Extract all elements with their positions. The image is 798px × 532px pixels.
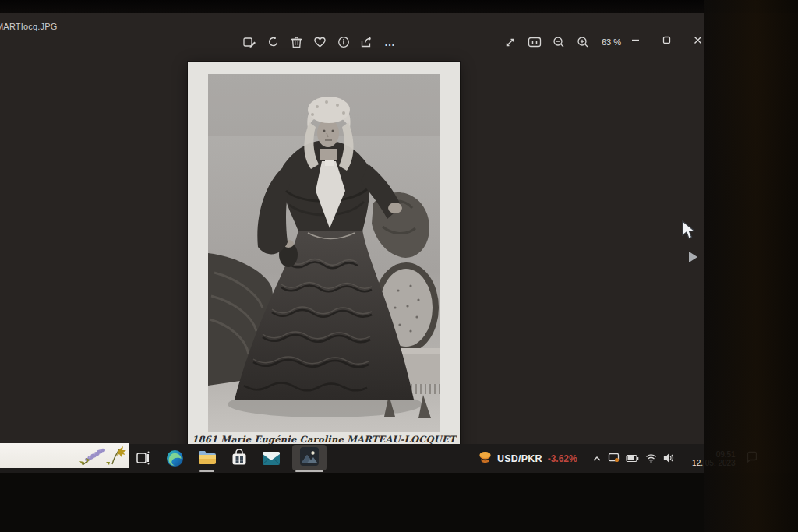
close-button[interactable]	[689, 32, 706, 49]
volume-tray-button[interactable]	[663, 452, 674, 466]
info-icon	[337, 36, 350, 48]
more-button[interactable]: …	[383, 36, 397, 49]
info-button[interactable]	[337, 36, 350, 49]
rotate-button[interactable]	[267, 36, 280, 49]
photographed-screen: MARTIocq.JPG	[0, 0, 798, 532]
finance-widget-button[interactable]: USD/PKR -3.62%	[478, 451, 577, 467]
favorite-button[interactable]	[313, 36, 327, 49]
share-button[interactable]	[360, 36, 373, 49]
actual-size-icon	[528, 37, 542, 48]
photos-toolbar: …	[243, 30, 397, 54]
off-screen-wall	[704, 0, 798, 532]
task-view-button[interactable]	[132, 448, 154, 469]
actual-size-button[interactable]	[528, 36, 541, 49]
zoom-level: 63 %	[602, 37, 621, 47]
title-bar: MARTIocq.JPG	[0, 13, 704, 57]
edit-image-button[interactable]	[243, 36, 256, 49]
file-name: MARTIocq.JPG	[0, 22, 58, 31]
hidden-icons-button[interactable]	[592, 452, 602, 466]
finance-change-label: -3.62%	[548, 453, 577, 464]
file-explorer-button[interactable]	[196, 448, 217, 469]
edit-image-icon	[243, 36, 256, 49]
photos-app-window: MARTIocq.JPG	[0, 13, 704, 473]
tray-icons	[592, 452, 674, 466]
mouse-cursor	[681, 220, 697, 244]
restore-button[interactable]	[658, 32, 675, 49]
desktop-wallpaper-strip	[0, 443, 129, 468]
vintage-portrait-image	[208, 74, 440, 432]
heart-icon	[313, 36, 327, 48]
next-image-button[interactable]	[689, 252, 697, 262]
close-icon	[694, 33, 702, 48]
photo-print: 1861 Marie Eugénie Caroline MARTEAU-LOCQ…	[188, 62, 460, 457]
battery-icon	[626, 452, 639, 465]
hidden-icons-chevron	[592, 452, 602, 465]
rotate-icon	[267, 36, 280, 49]
window-controls	[627, 27, 706, 54]
zoom-out-icon	[553, 36, 565, 48]
running-indicator	[200, 470, 214, 472]
display-icon	[608, 452, 620, 465]
delete-icon	[291, 36, 302, 48]
fullscreen-icon	[504, 37, 516, 48]
taskbar: USD/PKR -3.62%	[0, 444, 704, 473]
edge-button[interactable]	[164, 448, 185, 469]
battery-tray-button[interactable]	[626, 452, 639, 466]
delete-button[interactable]	[290, 36, 303, 49]
fullscreen-button[interactable]	[503, 36, 517, 49]
file-explorer-icon	[197, 449, 217, 467]
photos-icon	[299, 446, 320, 470]
screen-top-bezel	[0, 0, 798, 13]
store-button[interactable]	[228, 448, 249, 469]
restore-icon	[662, 33, 671, 48]
task-view-icon	[135, 449, 152, 467]
minimize-icon	[631, 33, 640, 48]
more-icon: …	[384, 38, 396, 46]
zoom-in-icon	[577, 36, 589, 48]
zoom-in-button[interactable]	[576, 36, 589, 49]
mail-button[interactable]	[260, 448, 281, 469]
photos-app-button[interactable]	[292, 445, 327, 470]
screen-bottom-bezel	[0, 473, 798, 532]
taskbar-apps	[132, 447, 327, 469]
volume-icon	[663, 452, 674, 465]
finance-pair-label: USD/PKR	[497, 453, 542, 464]
zoom-out-button[interactable]	[552, 36, 565, 49]
display-tray-button[interactable]	[608, 452, 620, 466]
finance-widget-icon	[478, 451, 492, 467]
view-controls: 63 %	[503, 30, 621, 54]
minimize-button[interactable]	[627, 32, 644, 49]
edge-icon	[165, 449, 185, 468]
wifi-tray-button[interactable]	[645, 452, 657, 466]
share-icon	[360, 36, 373, 48]
running-indicator	[295, 470, 323, 472]
mail-icon	[261, 449, 281, 467]
lavender-flower-illustration	[72, 444, 128, 470]
wifi-icon	[645, 452, 657, 465]
store-icon	[230, 449, 249, 467]
